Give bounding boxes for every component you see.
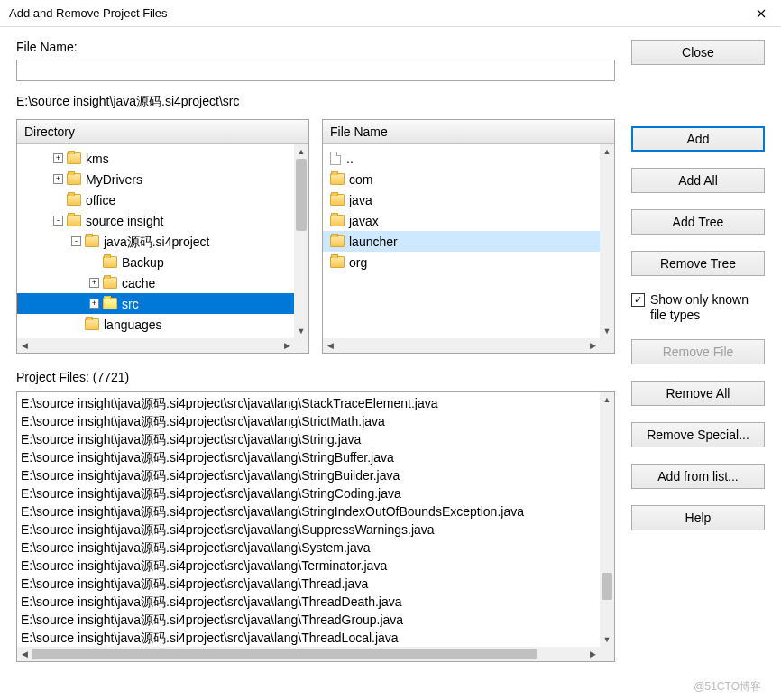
close-icon[interactable] [740,0,781,27]
scroll-corner [600,338,614,353]
list-item[interactable]: launcher [323,231,614,252]
scroll-down-icon[interactable]: ▼ [600,324,614,338]
scroll-left-icon[interactable]: ◀ [17,647,32,661]
list-item[interactable]: java [323,189,614,210]
list-item[interactable]: javax [323,210,614,231]
add-all-button[interactable]: Add All [631,168,765,193]
add-button[interactable]: Add [631,126,765,152]
remove-file-button[interactable]: Remove File [631,339,765,364]
scrollbar-vertical[interactable]: ▲ ▼ [294,144,308,338]
checkbox-icon[interactable]: ✓ [631,293,645,307]
expand-icon[interactable]: + [89,278,99,288]
scrollbar-horizontal[interactable]: ◀ ▶ [17,338,294,353]
scrollbar-vertical[interactable]: ▲ ▼ [600,144,614,338]
scroll-up-icon[interactable]: ▲ [600,144,614,159]
file-icon [330,152,341,165]
project-file-row[interactable]: E:\source insight\java源码.si4project\src\… [21,593,611,611]
tree-item-label: cache [122,273,155,293]
scroll-right-icon[interactable]: ▶ [280,338,294,353]
folder-icon [67,215,81,226]
scroll-up-icon[interactable]: ▲ [600,392,614,407]
scroll-left-icon[interactable]: ◀ [323,338,337,353]
tree-item[interactable]: +src [17,293,308,314]
collapse-icon[interactable]: - [71,236,81,246]
folder-icon [330,173,345,185]
project-file-row[interactable]: E:\source insight\java源码.si4project\src\… [21,539,611,557]
list-item-label: javax [349,211,379,231]
project-file-row[interactable]: E:\source insight\java源码.si4project\src\… [21,557,611,575]
folder-icon [85,235,99,247]
directory-pane: Directory +kms+MyDriversoffice-source in… [16,119,309,354]
tree-item-label: source insight [86,211,163,231]
tree-item[interactable]: +cache [17,272,308,293]
tree-item-label: kms [86,149,109,169]
scroll-thumb[interactable] [602,573,612,600]
project-file-row[interactable]: E:\source insight\java源码.si4project\src\… [21,575,611,593]
scroll-right-icon[interactable]: ▶ [585,338,600,353]
project-file-row[interactable]: E:\source insight\java源码.si4project\src\… [21,448,611,466]
scroll-thumb[interactable] [32,649,537,659]
scroll-corner [600,647,614,661]
project-file-row[interactable]: E:\source insight\java源码.si4project\src\… [21,484,611,502]
tree-item[interactable]: -java源码.si4project [17,231,308,252]
project-files-box: E:\source insight\java源码.si4project\src\… [16,391,615,662]
project-file-row[interactable]: E:\source insight\java源码.si4project\src\… [21,430,611,448]
project-file-row[interactable]: E:\source insight\java源码.si4project\src\… [21,629,611,647]
list-item[interactable]: org [323,252,614,272]
expand-icon[interactable]: + [89,299,99,309]
help-button[interactable]: Help [631,505,765,530]
folder-icon [85,318,99,330]
scroll-right-icon[interactable]: ▶ [585,647,600,661]
tree-item-label: java源码.si4project [104,232,210,252]
folder-icon [330,194,345,206]
project-file-row[interactable]: E:\source insight\java源码.si4project\src\… [21,412,611,430]
tree-item-label: office [86,190,115,210]
scroll-left-icon[interactable]: ◀ [17,338,32,353]
tree-item[interactable]: -source insight [17,210,308,231]
project-file-row[interactable]: E:\source insight\java源码.si4project\src\… [21,394,611,412]
tree-item[interactable]: languages [17,314,308,335]
remove-special-button[interactable]: Remove Special... [631,422,765,447]
tree-item[interactable]: Backup [17,252,308,272]
remove-tree-button[interactable]: Remove Tree [631,251,765,276]
tree-item-label: MyDrivers [86,170,142,189]
close-button[interactable]: Close [631,40,765,65]
project-file-row[interactable]: E:\source insight\java源码.si4project\src\… [21,611,611,629]
tree-item[interactable]: +MyDrivers [17,169,308,189]
watermark: @51CTO博客 [694,679,761,695]
list-item-label: com [349,170,372,189]
filename-label: File Name: [16,40,615,54]
checkbox-label: Show only known file types [650,292,765,323]
scrollbar-horizontal[interactable]: ◀ ▶ [17,647,600,661]
scroll-thumb[interactable] [296,159,307,231]
scroll-down-icon[interactable]: ▼ [600,632,614,647]
folder-icon [67,173,81,185]
remove-all-button[interactable]: Remove All [631,381,765,406]
tree-item-label: Backup [122,253,164,272]
project-file-row[interactable]: E:\source insight\java源码.si4project\src\… [21,520,611,539]
expand-icon[interactable]: + [53,174,63,184]
list-item[interactable]: com [323,169,614,189]
tree-item[interactable]: +kms [17,148,308,169]
add-tree-button[interactable]: Add Tree [631,209,765,235]
scrollbar-horizontal[interactable]: ◀ ▶ [323,338,600,353]
add-from-list-button[interactable]: Add from list... [631,464,765,489]
project-file-row[interactable]: E:\source insight\java源码.si4project\src\… [21,466,611,484]
folder-icon [67,194,81,206]
file-pane: File Name ..comjavajavaxlauncherorg ▲ ▼ … [322,119,615,354]
expand-icon[interactable]: + [53,153,63,163]
collapse-icon[interactable]: - [53,216,63,226]
tree-item-label: languages [104,315,162,335]
project-files-label: Project Files: (7721) [16,370,615,384]
show-only-known-checkbox[interactable]: ✓ Show only known file types [631,292,765,323]
scrollbar-vertical[interactable]: ▲ ▼ [600,392,614,647]
filename-input[interactable] [16,60,615,81]
scroll-down-icon[interactable]: ▼ [294,324,308,338]
list-item[interactable]: .. [323,148,614,169]
project-file-row[interactable]: E:\source insight\java源码.si4project\src\… [21,502,611,520]
list-item-label: java [349,190,372,210]
scroll-corner [294,338,308,353]
folder-icon [330,256,345,268]
tree-item[interactable]: office [17,189,308,210]
scroll-up-icon[interactable]: ▲ [294,144,308,159]
